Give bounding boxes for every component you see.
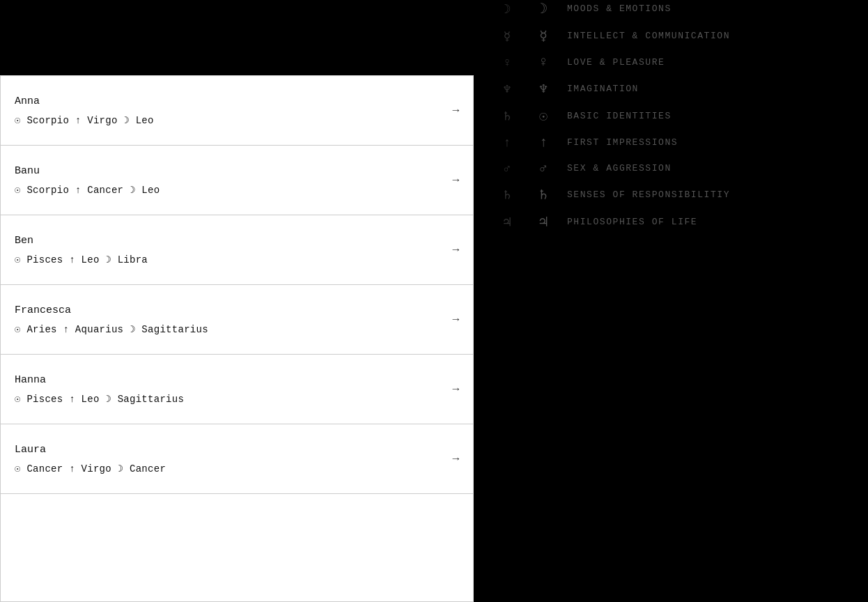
arrow-right-icon[interactable]: →	[452, 105, 459, 117]
arrow-right-icon[interactable]: →	[452, 244, 459, 256]
legend-label: IMAGINATION	[567, 84, 639, 94]
legend-symbol-right: ♃	[531, 213, 556, 231]
legend-symbol-left: ♆	[495, 82, 520, 97]
legend-symbol-right: ♀	[531, 54, 556, 70]
legend-symbol-right: ♄	[531, 186, 556, 203]
legend-item: ♄☉BASIC IDENTITIES	[495, 107, 847, 125]
legend-item: ☿☿INTELLECT & COMMUNICATION	[495, 27, 847, 45]
legend-symbol-right: ♂	[531, 160, 556, 176]
arrow-right-icon[interactable]: →	[452, 174, 459, 187]
legend-symbol-right: ☿	[531, 27, 556, 45]
legend-label: INTELLECT & COMMUNICATION	[567, 31, 730, 41]
legend-label: MOODS & EMOTIONS	[567, 3, 672, 14]
person-row[interactable]: Francesca☉ Aries ↑ Aquarius ☽ Sagittariu…	[1, 285, 473, 355]
legend-symbol-left: ♃	[495, 215, 520, 230]
legend-label: LOVE & PLEASURE	[567, 57, 665, 68]
person-row[interactable]: Anna☉ Scorpio ↑ Virgo ☽ Leo→	[1, 76, 473, 146]
legend-label: SENSES OF RESPONSIBILITIY	[567, 190, 730, 200]
person-name: Banu	[15, 165, 459, 177]
legend-symbol-left: ♂	[495, 162, 520, 176]
person-signs: ☉ Pisces ↑ Leo ☽ Sagittarius	[15, 393, 459, 405]
person-signs: ☉ Pisces ↑ Leo ☽ Libra	[15, 254, 459, 265]
person-name: Hanna	[15, 374, 459, 386]
legend-label: BASIC IDENTITIES	[567, 111, 672, 121]
legend-symbol-left: ♄	[495, 109, 520, 124]
legend-label: FIRST IMPRESSIONS	[567, 137, 678, 148]
person-row[interactable]: Ben☉ Pisces ↑ Leo ☽ Libra→	[1, 215, 473, 285]
legend-panel: ☽☽MOODS & EMOTIONS☿☿INTELLECT & COMMUNIC…	[474, 0, 868, 602]
legend-symbol-left: ♀	[495, 56, 520, 70]
person-row[interactable]: Laura☉ Cancer ↑ Virgo ☽ Cancer→	[1, 424, 473, 494]
legend-symbol-right: ♆	[531, 80, 556, 98]
arrow-right-icon[interactable]: →	[452, 453, 459, 465]
person-name: Laura	[15, 444, 459, 456]
arrow-right-icon[interactable]: →	[452, 383, 459, 396]
person-row[interactable]: Banu☉ Scorpio ↑ Cancer ☽ Leo→	[1, 146, 473, 215]
person-signs: ☉ Scorpio ↑ Cancer ☽ Leo	[15, 184, 459, 196]
legend-item: ♃♃PHILOSOPHIES OF LIFE	[495, 213, 847, 231]
person-name: Francesca	[15, 304, 459, 316]
person-signs: ☉ Scorpio ↑ Virgo ☽ Leo	[15, 114, 459, 126]
legend-symbol-left: ☿	[495, 29, 520, 44]
person-name: Anna	[15, 95, 459, 107]
legend-item: ♄♄SENSES OF RESPONSIBILITIY	[495, 186, 847, 203]
legend-symbol-left: ☽	[495, 1, 520, 17]
person-signs: ☉ Cancer ↑ Virgo ☽ Cancer	[15, 463, 459, 474]
legend-label: SEX & AGGRESSION	[567, 163, 672, 173]
person-signs: ☉ Aries ↑ Aquarius ☽ Sagittarius	[15, 323, 459, 335]
legend-symbol-right: ☽	[531, 0, 556, 17]
legend-symbol-left: ♄	[495, 187, 520, 203]
person-row[interactable]: Hanna☉ Pisces ↑ Leo ☽ Sagittarius→	[1, 355, 473, 424]
legend-symbol-right: ☉	[531, 107, 556, 125]
person-name: Ben	[15, 235, 459, 247]
legend-label: PHILOSOPHIES OF LIFE	[567, 217, 697, 227]
legend-item: ♆♆IMAGINATION	[495, 80, 847, 98]
people-list: Anna☉ Scorpio ↑ Virgo ☽ Leo→Banu☉ Scorpi…	[0, 75, 474, 602]
legend-item: ♀♀LOVE & PLEASURE	[495, 54, 847, 70]
legend-symbol-right: ↑	[531, 134, 556, 150]
legend-item: ♂♂SEX & AGGRESSION	[495, 160, 847, 176]
arrow-right-icon[interactable]: →	[452, 314, 459, 326]
legend-item: ☽☽MOODS & EMOTIONS	[495, 0, 847, 17]
legend-symbol-left: ↑	[495, 136, 520, 150]
legend-item: ↑↑FIRST IMPRESSIONS	[495, 134, 847, 150]
